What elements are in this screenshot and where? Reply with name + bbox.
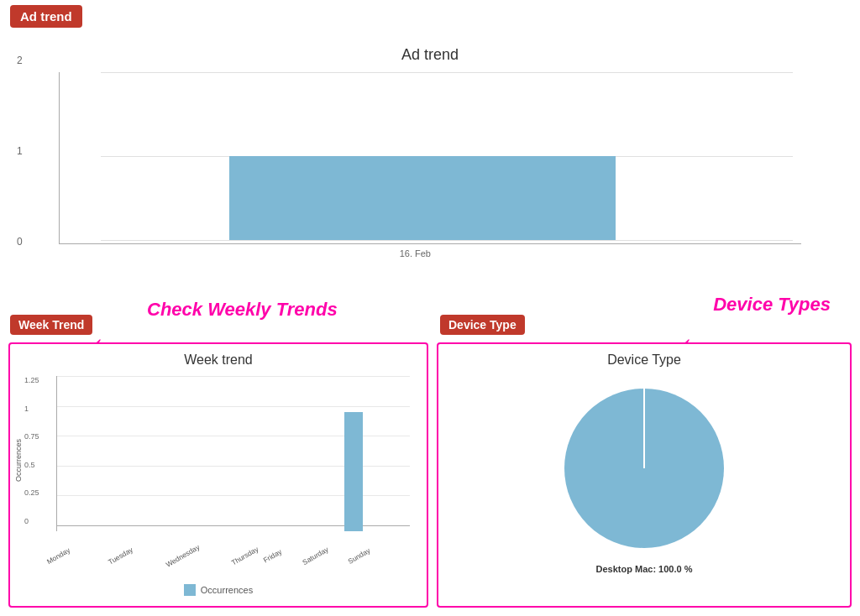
week-trend-badge[interactable]: Week Trend xyxy=(10,315,92,335)
main-y-axis: 2 1 0 xyxy=(17,55,23,248)
device-type-title: Device Type xyxy=(438,344,850,372)
pie-footer-label: Desktop Mac: 100.0 % xyxy=(596,564,693,574)
week-y-axis-line xyxy=(56,376,57,531)
week-xlbl-thu: Thursday xyxy=(230,545,260,566)
main-chart-container: Ad trend 2 1 0 16. Feb xyxy=(8,8,852,285)
main-x-label: 16. Feb xyxy=(400,248,431,258)
annotation-weekly: Check Weekly Trends xyxy=(147,299,338,321)
pie-chart-container: Desktop Mac: 100.0 % xyxy=(438,372,850,578)
week-legend: Occurrences xyxy=(10,584,427,596)
week-xlbl-sat: Saturday xyxy=(301,545,329,566)
week-trend-title: Week trend xyxy=(10,344,427,372)
main-bar-16feb xyxy=(229,156,616,240)
legend-color-occurrences xyxy=(184,584,196,596)
wgl-125 xyxy=(56,376,410,377)
main-chart-title: Ad trend xyxy=(8,8,852,72)
main-x-axis xyxy=(59,243,801,244)
week-bar-sunday xyxy=(344,412,363,531)
pie-chart-svg xyxy=(552,376,737,561)
wgl-1 xyxy=(56,406,410,407)
week-trend-panel: Week trend Occurrences 1.25 1 0.75 0.5 0… xyxy=(8,342,428,608)
annotation-device: Device Types xyxy=(713,294,831,316)
week-y-axis: 1.25 1 0.75 0.5 0.25 0 xyxy=(24,376,39,525)
device-type-badge[interactable]: Device Type xyxy=(440,315,525,335)
week-xlbl-wed: Wednesday xyxy=(165,543,202,569)
grid-line-2 xyxy=(101,72,793,73)
legend-label-occurrences: Occurrences xyxy=(201,585,253,595)
ad-trend-badge[interactable]: Ad trend xyxy=(10,5,82,28)
device-type-panel: Device Type Desktop Mac: 100.0 % xyxy=(437,342,852,608)
grid-line-0 xyxy=(101,240,793,241)
week-y-side-label: Occurrences xyxy=(14,439,23,482)
week-xlbl-mon: Monday xyxy=(45,546,71,566)
week-xlbl-sun: Sunday xyxy=(346,546,371,566)
week-xlbl-fri: Friday xyxy=(261,547,282,564)
week-xlbl-tue: Tuesday xyxy=(107,546,134,566)
main-y-axis-line xyxy=(59,72,60,244)
